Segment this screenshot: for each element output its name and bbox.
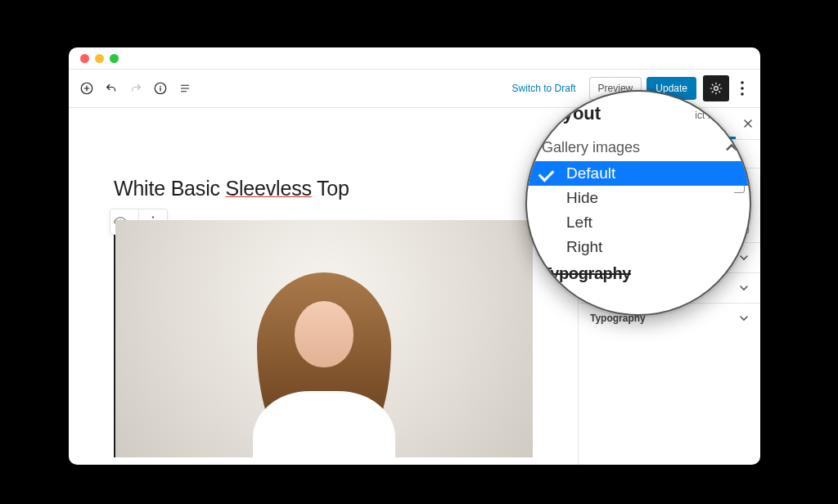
window-max-dot[interactable]: [110, 54, 119, 63]
lens-option-right[interactable]: Right: [542, 235, 750, 259]
svg-point-8: [152, 216, 154, 218]
redo-button[interactable]: [126, 79, 146, 98]
window-min-dot[interactable]: [95, 54, 104, 63]
lens-options-list: Default Hide Left Right: [542, 161, 750, 259]
titlebar: [69, 47, 760, 70]
close-sidebar-button[interactable]: [736, 108, 760, 139]
svg-point-6: [741, 92, 744, 96]
lens-option-hide[interactable]: Hide: [542, 186, 750, 210]
product-image-placeholder: [115, 220, 533, 457]
chevron-down-icon: [739, 313, 749, 323]
title-text-misspelled: Sleevless: [226, 177, 312, 200]
title-text-prefix: White Basic: [114, 177, 226, 200]
title-text-suffix: Top: [312, 177, 349, 200]
post-title[interactable]: White Basic Sleevless Top: [114, 177, 533, 200]
undo-button[interactable]: [101, 79, 121, 98]
product-image-block[interactable]: [114, 220, 533, 457]
info-button[interactable]: [151, 79, 170, 98]
settings-button[interactable]: [703, 75, 729, 101]
lens-option-default[interactable]: Default: [527, 161, 751, 186]
outline-button[interactable]: [175, 79, 195, 98]
lens-typography-row: Typography: [542, 264, 750, 283]
window-close-dot[interactable]: [80, 54, 89, 63]
svg-point-4: [741, 81, 744, 84]
svg-point-2: [160, 86, 161, 88]
svg-point-3: [714, 87, 719, 91]
magnifier-lens: ict Images Layout Gallery images Default…: [525, 90, 751, 316]
chevron-down-icon: [739, 253, 749, 263]
svg-point-5: [741, 87, 744, 90]
lens-subheading: Gallery images: [542, 139, 750, 156]
lens-option-left[interactable]: Left: [542, 210, 750, 235]
editor-canvas[interactable]: White Basic Sleevless Top: [69, 108, 578, 465]
chevron-down-icon: [739, 283, 749, 293]
add-block-button[interactable]: [77, 79, 97, 98]
switch-to-draft-button[interactable]: Switch to Draft: [504, 78, 584, 99]
more-menu-button[interactable]: [732, 75, 752, 101]
